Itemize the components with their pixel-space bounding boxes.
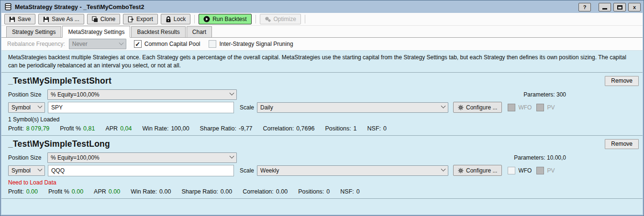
close-button[interactable]: x — [628, 3, 641, 11]
stat-profit-pct: Profit %0,81 — [60, 125, 95, 132]
strategy-status: Need to Load Data — [1, 177, 643, 186]
pv-label: PV — [547, 167, 555, 174]
tab-strip: Strategy Settings MetaStrategy Settings … — [1, 26, 643, 38]
clone-icon — [92, 16, 98, 22]
metastrategy-settings-panel: MetaStrategies backtest multiple Strateg… — [1, 51, 643, 215]
chevron-down-icon — [441, 104, 446, 108]
configure-button[interactable]: Configure ... — [453, 165, 502, 176]
tab-strategy-settings[interactable]: Strategy Settings — [6, 26, 61, 37]
lock-button[interactable]: Lock — [161, 14, 190, 24]
save-label: Save — [18, 16, 31, 22]
wfo-label: WFO — [518, 104, 532, 111]
minimize-icon — [602, 8, 607, 10]
stat-positions: Positions:1 — [325, 125, 356, 132]
remove-button[interactable]: Remove — [605, 139, 639, 149]
symbol-mode-select[interactable]: Symbol — [8, 102, 45, 113]
strategy-stats: Profit:8 079,79 Profit %0,81 APR0,04 Win… — [1, 123, 643, 133]
gears-icon — [265, 16, 271, 22]
minimize-button[interactable] — [599, 3, 611, 11]
scale-label: Scale — [240, 167, 254, 174]
stat-win-rate: Win Rate:0.00 — [131, 188, 171, 195]
pv-checkbox[interactable] — [536, 104, 544, 111]
maximize-button[interactable] — [613, 3, 626, 11]
wfo-checkbox[interactable] — [508, 167, 515, 174]
tab-chart[interactable]: Chart — [187, 26, 212, 37]
inter-strategy-signal-pruning-label: Inter-Strategy Signal Pruning — [219, 41, 293, 47]
tab-label: Chart — [192, 29, 206, 35]
inter-strategy-signal-pruning-checkbox[interactable] — [209, 40, 216, 48]
stat-correlation: Correlation:0,7696 — [263, 125, 315, 132]
window-title: MetaStrategy Strategy - _Test\MyComboTes… — [15, 4, 144, 11]
save-button[interactable]: Save — [4, 14, 35, 24]
tab-label: Backtest Results — [137, 29, 179, 35]
clone-button[interactable]: Clone — [87, 14, 120, 24]
scale-select[interactable]: Weekly — [257, 165, 448, 176]
wfo-label: WFO — [518, 167, 532, 174]
rebalance-frequency-value: Never — [72, 41, 88, 47]
scale-value: Weekly — [260, 167, 279, 174]
optimize-button[interactable]: Optimize — [260, 14, 301, 24]
gear-icon — [458, 105, 464, 110]
chevron-down-icon — [230, 154, 234, 159]
symbol-mode-select[interactable]: Symbol — [8, 165, 45, 176]
help-icon: ? — [583, 4, 587, 10]
clone-label: Clone — [100, 16, 115, 22]
tab-metastrategy-settings[interactable]: MetaStrategy Settings — [62, 26, 130, 38]
common-capital-pool-label: Common Capital Pool — [144, 41, 200, 47]
symbol-mode-value: Symbol — [11, 104, 31, 111]
save-as-button[interactable]: Save As ... — [38, 14, 84, 24]
chevron-down-icon — [441, 167, 446, 172]
metastrategy-window: MetaStrategy Strategy - _Test\MyComboTes… — [0, 0, 644, 216]
scale-select[interactable]: Daily — [257, 102, 448, 113]
toolbar-separator — [255, 15, 256, 23]
stat-sharpe-ratio: Sharpe Ratio:-9,77 — [200, 125, 253, 132]
common-capital-pool-checkbox[interactable]: ✓ — [134, 40, 142, 48]
tab-label: Strategy Settings — [12, 29, 56, 35]
scale-value: Daily — [260, 104, 273, 111]
rebalance-frequency-label: Rebalance Frequency: — [7, 41, 65, 47]
position-size-label: Position Size — [8, 154, 44, 161]
symbol-mode-value: Symbol — [11, 167, 31, 174]
maximize-icon — [617, 5, 622, 10]
symbol-input[interactable] — [48, 102, 234, 113]
pv-checkbox[interactable] — [536, 167, 544, 174]
strategy-block-mysimpletestlong: _Test\MySimpleTestLong Remove Position S… — [1, 135, 643, 199]
chevron-down-icon — [38, 104, 43, 108]
stat-apr: APR0,04 — [105, 125, 132, 132]
symbol-input[interactable] — [48, 165, 234, 176]
toolbar: Save Save As ... Clone Export Lock — [1, 13, 643, 26]
strategy-name: _Test\MySimpleTestShort — [8, 76, 111, 86]
help-button[interactable]: ? — [578, 3, 591, 11]
stat-correlation: Correlation:0.00 — [243, 188, 288, 195]
chevron-down-icon — [119, 40, 123, 45]
strategy-status: 1 Symbol(s) Loaded — [1, 114, 643, 123]
stat-win-rate: Win Rate:100,00 — [142, 125, 189, 132]
tab-label: MetaStrategy Settings — [68, 29, 124, 35]
wfo-checkbox[interactable] — [508, 104, 515, 111]
close-icon: x — [633, 4, 636, 10]
save-as-label: Save As ... — [52, 16, 79, 22]
stat-nsf: NSF:0 — [367, 125, 387, 132]
toolbar-separator — [305, 15, 305, 23]
tab-backtest-results[interactable]: Backtest Results — [131, 26, 185, 37]
remove-button[interactable]: Remove — [605, 76, 639, 86]
options-row: Rebalance Frequency: Never ✓ Common Capi… — [1, 38, 643, 51]
configure-button[interactable]: Configure ... — [453, 102, 502, 113]
parameters-text: Parameters: 300 — [523, 91, 566, 98]
description-text: MetaStrategies backtest multiple Strateg… — [1, 51, 643, 72]
strategy-block-mysimpleteshort: _Test\MySimpleTestShort Remove Position … — [1, 72, 643, 135]
rebalance-frequency-select[interactable]: Never — [69, 39, 126, 49]
optimize-label: Optimize — [274, 16, 296, 22]
position-size-select[interactable]: % Equity=100,00% — [47, 152, 237, 163]
play-circle-icon — [203, 16, 210, 22]
chevron-down-icon — [38, 167, 43, 172]
position-size-value: % Equity=100,00% — [51, 154, 100, 161]
position-size-select[interactable]: % Equity=100,00% — [47, 89, 237, 100]
export-button[interactable]: Export — [123, 14, 158, 24]
stat-profit: Profit:0.00 — [8, 188, 38, 195]
pv-label: PV — [547, 104, 555, 111]
run-backtest-button[interactable]: Run Backtest — [199, 14, 251, 24]
strategy-stats: Profit:0.00 Profit %0.00 APR0.00 Win Rat… — [1, 186, 643, 196]
checkmark-icon: ✓ — [135, 41, 140, 48]
run-backtest-label: Run Backtest — [212, 16, 246, 22]
